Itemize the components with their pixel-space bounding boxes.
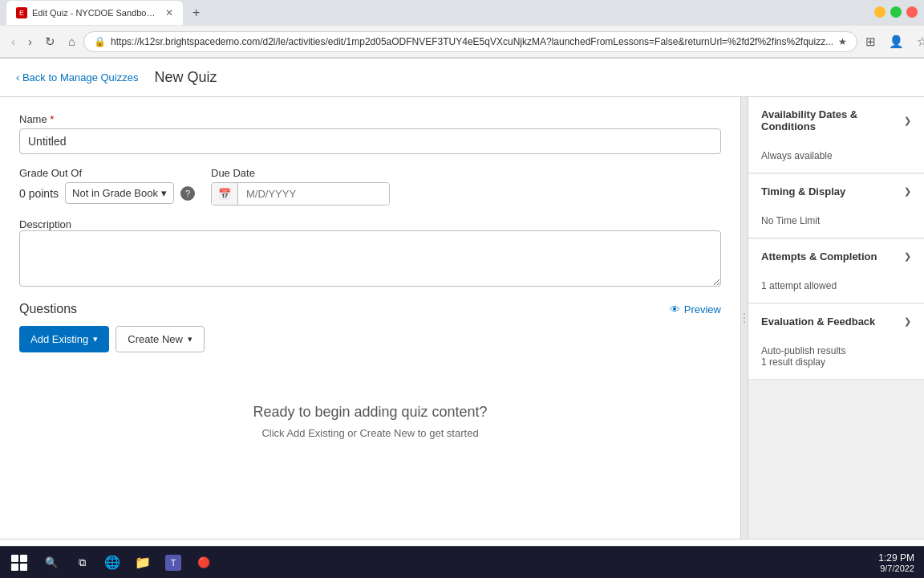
attempts-section: Attempts & Completion ❯ 1 attempt allowe… — [748, 239, 924, 303]
taskbar: 🔍 ⧉ 🌐 📁 T 🔴 1:29 PM 9/7/2022 — [0, 546, 924, 578]
task-view-icon: ⧉ — [74, 555, 90, 571]
grade-due-date-row: Grade Out Of 0 points Not in Grade Book … — [19, 167, 721, 206]
browser-tab[interactable]: E Edit Quiz - NYCDOE Sandbox (P... ✕ — [6, 1, 183, 25]
attempts-body: 1 attempt allowed — [748, 274, 924, 303]
windows-icon — [11, 555, 27, 571]
back-button[interactable]: ‹ — [6, 31, 20, 51]
timing-section-header[interactable]: Timing & Display ❯ — [748, 174, 924, 209]
add-existing-chevron-icon: ▾ — [93, 334, 98, 344]
attempts-title: Attempts & Completion — [761, 250, 877, 263]
extensions-button[interactable]: ⊞ — [861, 31, 881, 52]
description-group: Description — [19, 218, 721, 289]
evaluation-chevron-icon: ❯ — [904, 316, 911, 327]
help-icon[interactable]: ? — [180, 186, 195, 201]
description-textarea[interactable] — [19, 230, 721, 287]
availability-title: Availability Dates & Conditions — [761, 108, 904, 132]
name-field-group: Name * — [19, 113, 721, 154]
calendar-icon: 📅 — [212, 183, 238, 205]
taskbar-right: 1:29 PM 9/7/2022 — [878, 552, 921, 573]
page-header: ‹ Back to Manage Quizzes New Quiz — [0, 59, 924, 97]
taskbar-search[interactable]: 🔍 — [37, 549, 66, 576]
teams-icon: T — [165, 555, 181, 571]
close-button[interactable]: ✕ — [906, 6, 918, 18]
name-input[interactable] — [19, 128, 721, 154]
date-display: 9/7/2022 — [878, 564, 914, 573]
form-area: Name * Grade Out Of 0 points Not in Grad… — [0, 97, 741, 539]
time-display: 1:29 PM — [878, 552, 914, 564]
chrome-icon: 🔴 — [196, 555, 212, 571]
add-existing-button[interactable]: Add Existing ▾ — [19, 326, 109, 352]
due-date-label: Due Date — [211, 167, 390, 179]
empty-state-subtitle: Click Add Existing or Create New to get … — [35, 427, 705, 439]
evaluation-body: Auto-publish results 1 result display — [748, 339, 924, 379]
availability-section-header[interactable]: Availability Dates & Conditions ❯ — [748, 97, 924, 144]
grade-points: 0 points — [19, 187, 59, 200]
availability-chevron-icon: ❯ — [904, 116, 911, 126]
resize-handle[interactable] — [741, 97, 748, 539]
page-title: New Quiz — [154, 69, 217, 86]
evaluation-section-header[interactable]: Evaluation & Feedback ❯ — [748, 304, 924, 339]
taskbar-task-view[interactable]: ⧉ — [67, 549, 96, 576]
minimize-button[interactable]: − — [874, 6, 886, 18]
preview-button[interactable]: 👁 Preview — [670, 303, 721, 315]
taskbar-edge[interactable]: 🌐 — [98, 549, 127, 576]
questions-actions: Add Existing ▾ Create New ▾ — [19, 326, 721, 352]
maximize-button[interactable]: □ — [890, 6, 902, 18]
create-new-button[interactable]: Create New ▾ — [116, 326, 205, 352]
tab-label: Edit Quiz - NYCDOE Sandbox (P... — [32, 8, 157, 18]
home-button[interactable]: ⌂ — [63, 31, 80, 51]
description-label: Description — [19, 218, 71, 230]
evaluation-section: Evaluation & Feedback ❯ Auto-publish res… — [748, 304, 924, 380]
empty-state-title: Ready to begin adding quiz content? — [35, 404, 705, 421]
address-text: https://k12sr.brightspacedemo.com/d2l/le… — [111, 36, 833, 47]
clock: 1:29 PM 9/7/2022 — [878, 552, 914, 573]
attempts-section-header[interactable]: Attempts & Completion ❯ — [748, 239, 924, 274]
taskbar-chrome[interactable]: 🔴 — [189, 549, 218, 576]
availability-body: Always available — [748, 144, 924, 173]
questions-header: Questions 👁 Preview — [19, 302, 721, 316]
timing-section: Timing & Display ❯ No Time Limit — [748, 174, 924, 238]
grade-book-select[interactable]: Not in Grade Book ▾ — [65, 182, 174, 204]
attempts-chevron-icon: ❯ — [904, 251, 911, 262]
sidebar: Availability Dates & Conditions ❯ Always… — [748, 97, 924, 539]
grade-select-chevron-icon: ▾ — [161, 187, 167, 199]
timing-chevron-icon: ❯ — [904, 186, 911, 197]
due-date-group: Due Date 📅 — [211, 167, 390, 206]
forward-button[interactable]: › — [23, 31, 37, 51]
profile-button[interactable]: 👤 — [884, 31, 909, 52]
grade-label: Grade Out Of — [19, 167, 195, 179]
create-new-chevron-icon: ▾ — [188, 334, 192, 344]
taskbar-file-explorer[interactable]: 📁 — [128, 549, 157, 576]
taskbar-teams[interactable]: T — [159, 549, 188, 576]
tab-close-btn[interactable]: ✕ — [165, 7, 173, 18]
availability-section: Availability Dates & Conditions ❯ Always… — [748, 97, 924, 173]
preview-eye-icon: 👁 — [670, 303, 680, 315]
empty-state: Ready to begin adding quiz content? Clic… — [19, 372, 721, 471]
edge-icon: 🌐 — [104, 555, 120, 571]
questions-title: Questions — [19, 302, 77, 316]
refresh-button[interactable]: ↻ — [40, 31, 60, 52]
file-explorer-icon: 📁 — [135, 555, 151, 571]
required-marker: * — [47, 113, 55, 125]
back-to-quizzes-link[interactable]: ‹ Back to Manage Quizzes — [16, 71, 138, 83]
start-button[interactable] — [3, 548, 35, 577]
address-bar[interactable]: 🔒 https://k12sr.brightspacedemo.com/d2l/… — [83, 31, 857, 52]
search-icon: 🔍 — [43, 555, 59, 571]
favorites-button[interactable]: ☆ — [912, 31, 924, 52]
timing-title: Timing & Display — [761, 185, 845, 197]
name-label: Name * — [19, 113, 721, 125]
evaluation-title: Evaluation & Feedback — [761, 315, 875, 328]
new-tab-button[interactable]: + — [188, 4, 205, 22]
tab-favicon: E — [16, 7, 27, 18]
due-date-input[interactable] — [238, 183, 389, 205]
grade-group: Grade Out Of 0 points Not in Grade Book … — [19, 167, 195, 204]
date-input-wrapper[interactable]: 📅 — [211, 182, 390, 206]
timing-body: No Time Limit — [748, 209, 924, 238]
